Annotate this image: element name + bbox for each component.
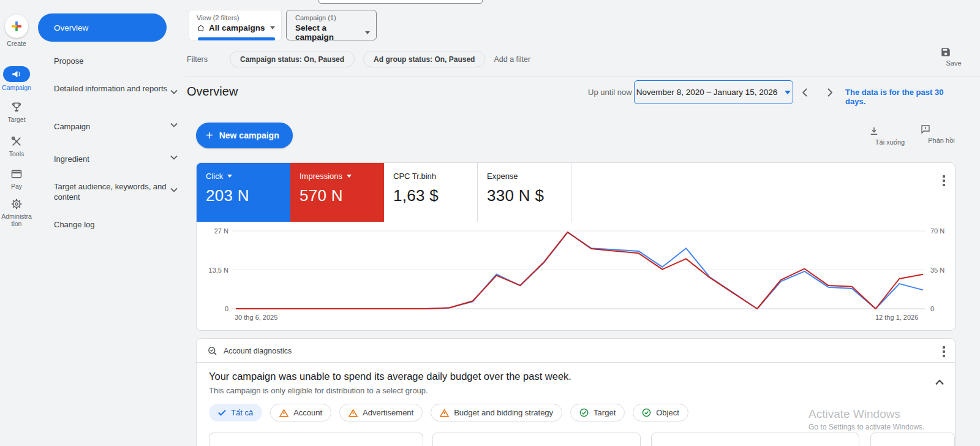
diagnostics-subtext: This campaign is only eligible for distr… [209, 386, 428, 395]
feedback-label: Phản hồi [920, 137, 963, 144]
chip-budget-bidding[interactable]: Budget and bidding strategy [431, 404, 562, 421]
sidebar-item-detailed-reports[interactable]: Detailed information and reports [54, 83, 174, 94]
date-prev-button[interactable] [797, 85, 812, 100]
rail-item-label: Target [0, 116, 33, 123]
tools-icon [0, 135, 33, 148]
chart-menu-button[interactable] [943, 175, 945, 186]
download-icon [869, 126, 911, 137]
save-button[interactable]: Save [940, 47, 967, 67]
save-icon [940, 47, 967, 58]
new-campaign-button[interactable]: + New campaign [196, 123, 293, 148]
chevron-down-icon [365, 31, 370, 34]
chip-object[interactable]: Object [633, 404, 688, 421]
warning-icon [279, 409, 288, 417]
view-selector-label: View (2 filters) [197, 14, 275, 21]
collapse-button[interactable] [932, 374, 948, 390]
overview-chart-card: Click 203 N Impressions 570 N CPC Tr.bin… [196, 162, 956, 331]
diagnostic-result-card[interactable] [870, 433, 955, 446]
sidebar-item-overview[interactable]: Overview [38, 13, 167, 42]
rail-item-label: Create [0, 40, 33, 47]
svg-text:13,5 N: 13,5 N [209, 266, 228, 274]
filter-chip-adgroup-status[interactable]: Ad group status: On, Paused [363, 51, 485, 67]
metric-expense[interactable]: Expense 330 N $ [478, 163, 571, 222]
rail-item-target[interactable]: Target [0, 100, 33, 123]
chevron-down-icon [170, 89, 178, 94]
metric-value: 1,63 $ [393, 186, 477, 205]
date-range-picker[interactable]: November 8, 2020 – January 15, 2026 [634, 80, 793, 104]
diagnostic-result-card[interactable] [209, 433, 423, 446]
metric-label: Expense [487, 172, 518, 181]
rail-item-administration[interactable]: Administration [0, 197, 33, 227]
chip-account[interactable]: Account [270, 404, 331, 421]
rail-item-campaign[interactable]: Campaign [0, 66, 33, 91]
metric-label: Click [206, 172, 223, 181]
svg-text:35 N: 35 N [930, 266, 944, 274]
filters-bar: Filters Campaign status: On, Paused Ad g… [187, 51, 530, 67]
chevron-down-icon [785, 91, 791, 94]
sidebar-item-propose[interactable]: Propose [54, 56, 174, 66]
rail-item-tools[interactable]: Tools [0, 135, 33, 157]
diagnostics-heading: Your campaign was unable to spend its av… [209, 371, 571, 382]
diagnostic-result-card[interactable] [432, 433, 641, 446]
rail-item-pay[interactable]: Pay [0, 167, 33, 190]
date-mode-label: Up until now [588, 88, 632, 97]
toolbar-divider [185, 77, 980, 77]
chip-all[interactable]: Tất cả [209, 404, 262, 421]
plus-icon: + [206, 129, 213, 142]
metric-value: 330 N $ [487, 186, 571, 205]
warning-icon [349, 409, 358, 417]
sidebar-item-audience-keywords[interactable]: Target audience, keywords, and content [54, 181, 174, 202]
metric-impressions[interactable]: Impressions 570 N [290, 163, 384, 222]
chevron-down-icon [347, 175, 352, 178]
megaphone-icon [11, 70, 22, 78]
data-note-link[interactable]: The data is for the past 30 days. [845, 88, 956, 106]
add-filter-button[interactable]: Add a filter [494, 55, 530, 64]
main-content: View (2 filters) All campaigns Campaign … [185, 0, 980, 446]
page-title: Overview [187, 85, 238, 99]
trophy-icon [0, 100, 33, 114]
campaign-selector-label: Campaign (1) [295, 14, 370, 21]
rail-item-label: Tools [0, 150, 33, 157]
svg-text:0: 0 [225, 305, 228, 312]
chevron-down-icon [170, 155, 178, 160]
create-button[interactable]: Create [0, 15, 33, 47]
sidebar-item-change-log[interactable]: Change log [54, 219, 174, 230]
metric-header-row: Click 203 N Impressions 570 N CPC Tr.bin… [197, 163, 955, 222]
download-button[interactable]: Tải xuống [869, 126, 911, 146]
diagnostics-title: Account diagnostics [224, 347, 292, 355]
gear-icon [0, 197, 33, 211]
sidebar-item-ingredient[interactable]: Ingredient [54, 154, 174, 164]
plus-icon [10, 20, 23, 33]
date-next-button[interactable] [823, 85, 837, 100]
metric-value: 570 N [300, 186, 384, 205]
campaign-selector-value: Select a campaign [295, 23, 361, 42]
download-label: Tải xuống [869, 138, 911, 146]
diagnostics-menu-button[interactable] [943, 346, 945, 357]
feedback-button[interactable]: Phản hồi [920, 124, 963, 144]
view-selector[interactable]: View (2 filters) All campaigns [189, 10, 282, 40]
warning-icon [440, 409, 449, 417]
x-axis-start-label: 30 thg 6, 2025 [235, 314, 277, 321]
check-circle-icon [642, 408, 651, 417]
new-campaign-label: New campaign [219, 130, 279, 140]
svg-text:27 N: 27 N [214, 227, 228, 235]
metric-avg-cpc[interactable]: CPC Tr.binh 1,63 $ [384, 163, 478, 222]
app-rail: Create Campaign Target [0, 0, 33, 446]
home-icon [197, 24, 205, 32]
search-input[interactable] [318, 0, 483, 4]
metric-value: 203 N [206, 186, 290, 205]
check-icon [218, 409, 226, 416]
credit-card-icon [0, 167, 33, 181]
metric-clicks[interactable]: Click 203 N [197, 163, 290, 222]
metric-label: CPC Tr.binh [393, 172, 436, 181]
diagnostic-result-card[interactable] [651, 433, 859, 446]
svg-text:70 N: 70 N [930, 227, 944, 235]
chip-target[interactable]: Target [570, 404, 625, 421]
check-circle-icon [579, 408, 589, 417]
filter-chip-campaign-status[interactable]: Campaign status: On, Paused [230, 51, 355, 67]
campaign-selector[interactable]: Campaign (1) Select a campaign [286, 10, 377, 40]
sidebar-item-campaign[interactable]: Campaign [54, 121, 174, 132]
chip-advertisement[interactable]: Advertisement [339, 404, 423, 421]
date-range-value: November 8, 2020 – January 15, 2026 [636, 88, 777, 97]
chevron-down-icon [270, 26, 275, 29]
